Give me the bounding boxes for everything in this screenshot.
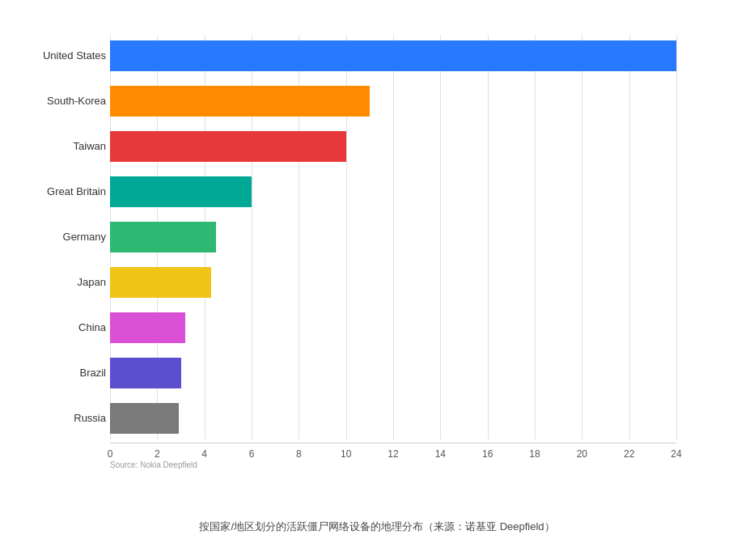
bar-row: South-Korea bbox=[110, 80, 676, 122]
bar bbox=[110, 267, 211, 298]
chart-title: 按国家/地区划分的活跃僵尸网络设备的地理分布（来源：诺基亚 Deepfield） bbox=[29, 520, 725, 534]
x-tick: 12 bbox=[388, 448, 398, 460]
bar bbox=[110, 312, 185, 343]
x-tick: 14 bbox=[435, 448, 446, 460]
bar bbox=[110, 86, 370, 117]
x-tick: 6 bbox=[249, 448, 255, 460]
bar bbox=[110, 222, 216, 252]
bar-label: South-Korea bbox=[25, 95, 106, 107]
bar-row: Germany bbox=[110, 216, 676, 258]
bar bbox=[110, 40, 676, 71]
bar bbox=[110, 131, 346, 162]
bar-row: United States bbox=[110, 35, 676, 77]
bars-wrapper: United StatesSouth-KoreaTaiwanGreat Brit… bbox=[110, 35, 676, 439]
bar-row: Japan bbox=[110, 261, 676, 303]
bar bbox=[110, 403, 179, 434]
bar-label: Germany bbox=[25, 231, 106, 243]
chart-container: United StatesSouth-KoreaTaiwanGreat Brit… bbox=[21, 19, 733, 542]
x-tick: 16 bbox=[482, 448, 493, 460]
bar-row: Taiwan bbox=[110, 125, 676, 168]
chart-area: United StatesSouth-KoreaTaiwanGreat Brit… bbox=[29, 35, 725, 510]
bar-label: China bbox=[25, 321, 106, 333]
x-tick: 22 bbox=[624, 448, 634, 460]
bar-row: Russia bbox=[110, 397, 676, 439]
bar-row: Brazil bbox=[110, 352, 676, 394]
x-tick: 20 bbox=[577, 448, 587, 460]
x-tick: 10 bbox=[341, 448, 351, 460]
bar bbox=[110, 176, 252, 207]
x-tick: 8 bbox=[296, 448, 302, 460]
x-tick: 0 bbox=[108, 448, 113, 460]
bar-row: China bbox=[110, 307, 676, 349]
grid-line bbox=[676, 35, 677, 439]
source-text: Source: Nokia Deepfield bbox=[110, 460, 725, 469]
x-axis: 024681012141618202224 bbox=[110, 443, 676, 459]
grid-and-bars: United StatesSouth-KoreaTaiwanGreat Brit… bbox=[110, 35, 725, 439]
bar bbox=[110, 358, 181, 388]
x-tick: 2 bbox=[155, 448, 160, 460]
bar-row: Great Britain bbox=[110, 171, 676, 213]
bar-label: Russia bbox=[25, 412, 106, 424]
x-tick: 4 bbox=[201, 448, 207, 460]
bar-label: Taiwan bbox=[25, 140, 106, 152]
bar-label: Brazil bbox=[25, 367, 106, 379]
bar-label: United States bbox=[25, 49, 106, 62]
bar-label: Great Britain bbox=[25, 185, 106, 197]
x-tick: 18 bbox=[529, 448, 540, 460]
x-tick: 24 bbox=[671, 448, 681, 460]
bar-label: Japan bbox=[25, 276, 106, 288]
